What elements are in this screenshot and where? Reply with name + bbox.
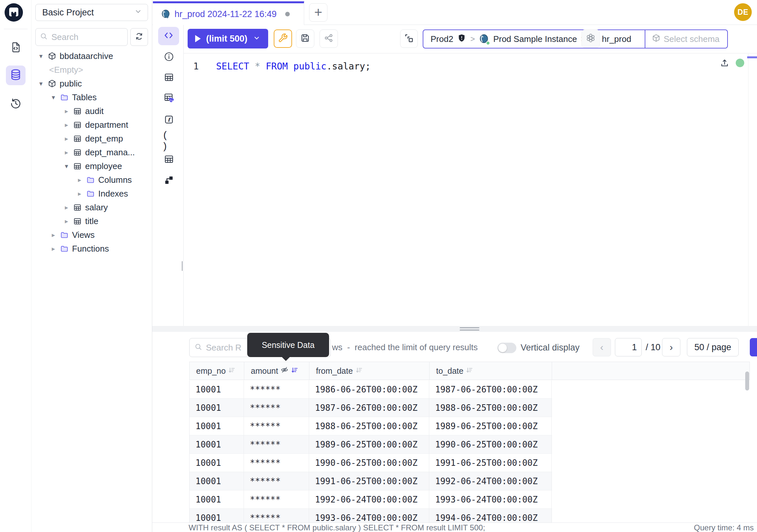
cell-masked[interactable]: ****** [244,399,309,417]
caret-down-icon[interactable]: ▾ [39,79,48,87]
page-number-input[interactable] [615,338,642,357]
caret-right-icon[interactable]: ▸ [65,107,73,115]
prev-page-button[interactable]: ‹ [592,338,611,357]
caret-right-icon[interactable]: ▸ [65,148,73,156]
avatar[interactable]: DE [734,3,752,21]
code-view-button[interactable] [158,27,179,45]
caret-right-icon[interactable]: ▸ [65,217,73,225]
ai-assistant-button[interactable] [582,29,600,48]
tree-item-database[interactable]: ▾ public [31,77,152,90]
caret-down-icon[interactable]: ▾ [65,162,73,170]
cell-masked[interactable]: ****** [244,417,309,435]
bytebase-logo[interactable] [5,3,23,22]
cell[interactable]: 1990-06-25T00:00:00Z [429,435,552,454]
column-header-from-date[interactable]: from_date [309,362,430,380]
tree-item-folder[interactable]: ▸ Indexes [31,187,152,201]
history-nav-button[interactable] [6,94,25,114]
cell[interactable]: 1993-06-24T00:00:00Z [429,490,552,508]
caret-right-icon[interactable]: ▸ [65,135,73,142]
cell[interactable]: 1993-06-24T00:00:00Z [309,509,429,522]
column-header-emp-no[interactable]: emp_no [190,362,244,380]
admin-mode-button[interactable] [274,29,292,48]
sql-editor[interactable]: 1 SELECT * FROM public.salary; [184,54,757,326]
cell-masked[interactable]: ****** [244,472,309,490]
caret-right-icon[interactable]: ▸ [52,245,60,253]
cell[interactable]: 10001 [190,399,244,417]
column-header-to-date[interactable]: to_date [430,362,552,380]
tree-item-table[interactable]: ▾ employee [31,159,152,173]
cell-masked[interactable]: ****** [244,509,309,522]
worksheet-nav-button[interactable] [6,38,25,58]
results-scrollbar-thumb[interactable] [745,371,749,391]
caret-down-icon[interactable]: ▾ [39,52,48,60]
cell[interactable]: 1988-06-25T00:00:00Z [429,399,552,417]
cell-masked[interactable]: ****** [244,380,309,398]
cell[interactable]: 10001 [190,509,244,522]
views-button[interactable] [164,154,174,166]
caret-right-icon[interactable]: ▸ [78,190,86,198]
upload-icon[interactable] [720,58,730,68]
run-query-button[interactable]: (limit 500) [188,29,268,48]
tree-item-database[interactable]: ▾ bbdataarchive [31,49,152,63]
cell[interactable]: 1992-06-24T00:00:00Z [309,490,429,508]
tree-item-folder[interactable]: ▾ Tables [31,90,152,104]
tab-hr-prod[interactable]: hr_prod 2024-11-22 16:49 [153,1,304,25]
external-tables-button[interactable] [164,93,174,104]
cell-masked[interactable]: ****** [244,454,309,472]
caret-right-icon[interactable]: ▸ [65,203,73,211]
cell[interactable]: 10001 [190,472,244,490]
caret-right-icon[interactable]: ▸ [52,231,60,239]
project-selector[interactable]: Basic Project [35,4,148,21]
panel-resize-handle[interactable] [152,326,757,332]
select-schema[interactable]: Select schema [645,30,727,48]
caret-down-icon[interactable]: ▾ [52,93,60,101]
connection-breadcrumb[interactable]: Prod2 > Prod Sample Instance > [423,29,728,48]
sidebar-search[interactable] [35,28,128,46]
cell[interactable]: 1991-06-25T00:00:00Z [309,472,429,490]
cell[interactable]: 1987-06-26T00:00:00Z [429,380,552,398]
tables-button[interactable] [164,73,174,83]
cell[interactable]: 1989-06-25T00:00:00Z [429,417,552,435]
tree-item-table[interactable]: ▸ dept_mana... [31,145,152,159]
cell[interactable]: 10001 [190,454,244,472]
cell[interactable]: 10001 [190,380,244,398]
cell[interactable]: 1991-06-25T00:00:00Z [429,454,552,472]
functions-button[interactable]: f [164,115,174,126]
tree-item-table[interactable]: ▸ salary [31,201,152,214]
tree-item-table[interactable]: ▸ dept_emp [31,132,152,145]
column-header-amount[interactable]: amount [244,362,309,380]
cell[interactable]: 10001 [190,435,244,454]
cell-masked[interactable]: ****** [244,435,309,454]
share-button[interactable] [319,29,338,48]
refresh-button[interactable] [130,28,148,46]
cell[interactable]: 1988-06-25T00:00:00Z [309,417,429,435]
batch-query-button[interactable] [400,29,418,48]
eye-off-icon[interactable] [281,366,288,376]
tree-item-folder[interactable]: ▸ Views [31,228,152,242]
tree-item-table[interactable]: ▸ audit [31,104,152,118]
cell[interactable]: 1992-06-24T00:00:00Z [429,472,552,490]
procedures-button[interactable]: ( ) [164,135,174,146]
cell[interactable]: 10001 [190,490,244,508]
cell[interactable]: 1994-06-24T00:00:00Z [429,509,552,522]
cell[interactable]: 1986-06-26T00:00:00Z [309,380,429,398]
sidebar-search-input[interactable] [51,32,117,42]
info-button[interactable] [164,52,174,63]
tree-item-folder[interactable]: ▸ Functions [31,242,152,256]
schema-diagram-button[interactable] [164,175,174,186]
tree-item-table[interactable]: ▸ department [31,118,152,132]
cell-masked[interactable]: ****** [244,490,309,508]
database-nav-button[interactable] [6,66,25,85]
tree-item-folder[interactable]: ▸ Columns [31,173,152,187]
cell[interactable]: 1989-06-25T00:00:00Z [309,435,429,454]
tree-item-table[interactable]: ▸ title [31,214,152,228]
page-size-select[interactable]: 50 / page [687,338,739,357]
vertical-display-toggle[interactable] [497,343,516,353]
cell[interactable]: 1987-06-26T00:00:00Z [309,399,429,417]
caret-right-icon[interactable]: ▸ [65,121,73,129]
cell[interactable]: 1990-06-25T00:00:00Z [309,454,429,472]
caret-right-icon[interactable]: ▸ [78,176,86,184]
save-button[interactable] [296,29,314,48]
next-page-button[interactable]: › [662,338,681,357]
add-tab-button[interactable]: + [309,3,327,22]
